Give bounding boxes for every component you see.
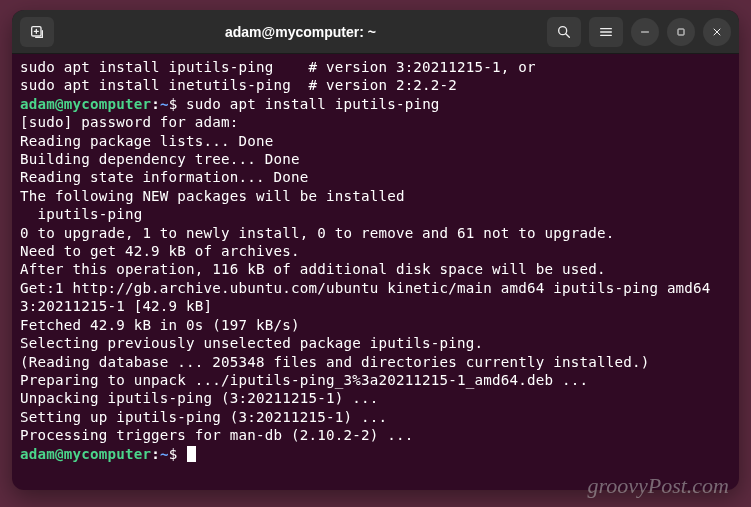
terminal-line: Selecting previously unselected package … [20, 334, 731, 352]
cursor [187, 446, 196, 462]
close-icon [711, 26, 723, 38]
terminal-window: adam@mycomputer: ~ sudo apt install iput… [12, 10, 739, 490]
new-tab-icon [29, 24, 45, 40]
maximize-button[interactable] [667, 18, 695, 46]
minimize-icon [639, 26, 651, 38]
terminal-line: (Reading database ... 205348 files and d… [20, 353, 731, 371]
close-button[interactable] [703, 18, 731, 46]
terminal-line: Get:1 http://gb.archive.ubuntu.com/ubunt… [20, 279, 731, 316]
terminal-line: Setting up iputils-ping (3:20211215-1) .… [20, 408, 731, 426]
minimize-button[interactable] [631, 18, 659, 46]
titlebar: adam@mycomputer: ~ [12, 10, 739, 54]
svg-point-1 [559, 26, 567, 34]
search-icon [556, 24, 572, 40]
terminal-line: sudo apt install inetutils-ping # versio… [20, 76, 731, 94]
terminal-line: The following NEW packages will be insta… [20, 187, 731, 205]
hamburger-icon [598, 24, 614, 40]
terminal-line: sudo apt install iputils-ping # version … [20, 58, 731, 76]
terminal-line: 0 to upgrade, 1 to newly install, 0 to r… [20, 224, 731, 242]
window-title: adam@mycomputer: ~ [60, 24, 541, 40]
terminal-line: Fetched 42.9 kB in 0s (197 kB/s) [20, 316, 731, 334]
terminal-line: Unpacking iputils-ping (3:20211215-1) ..… [20, 389, 731, 407]
terminal-line: iputils-ping [20, 205, 731, 223]
terminal-line: After this operation, 116 kB of addition… [20, 260, 731, 278]
new-tab-button[interactable] [20, 17, 54, 47]
terminal-line: Reading state information... Done [20, 168, 731, 186]
terminal-line: Preparing to unpack .../iputils-ping_3%3… [20, 371, 731, 389]
terminal-line: [sudo] password for adam: [20, 113, 731, 131]
terminal-line: Building dependency tree... Done [20, 150, 731, 168]
maximize-icon [675, 26, 687, 38]
terminal-line: Processing triggers for man-db (2.10.2-2… [20, 426, 731, 444]
svg-rect-2 [678, 29, 684, 35]
terminal-line: adam@mycomputer:~$ [20, 445, 731, 463]
terminal-line: adam@mycomputer:~$ sudo apt install iput… [20, 95, 731, 113]
search-button[interactable] [547, 17, 581, 47]
terminal-line: Reading package lists... Done [20, 132, 731, 150]
terminal-output[interactable]: sudo apt install iputils-ping # version … [12, 54, 739, 490]
terminal-line: Need to get 42.9 kB of archives. [20, 242, 731, 260]
menu-button[interactable] [589, 17, 623, 47]
